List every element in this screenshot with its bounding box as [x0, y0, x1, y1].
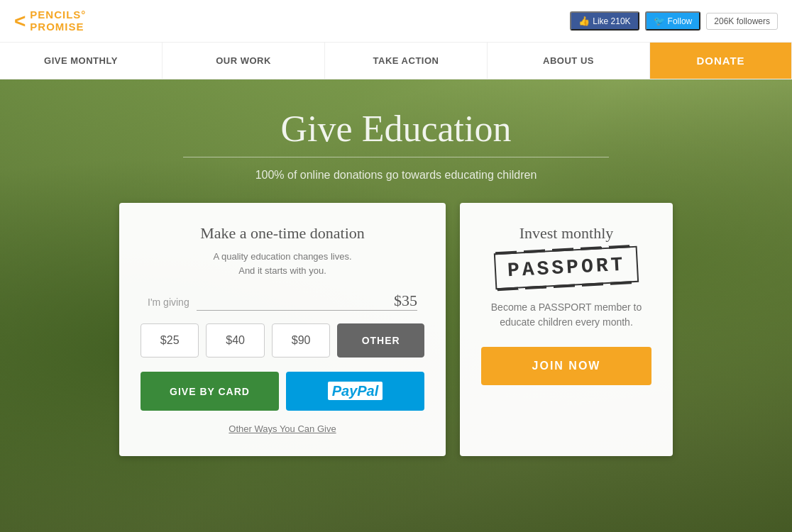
give-by-card-button[interactable]: GIVE BY CARD — [141, 372, 279, 411]
hero-divider — [183, 157, 609, 157]
twitter-follow-label: Follow — [668, 16, 693, 26]
monthly-card: Invest monthly PASSPORT Become a PASSPOR… — [460, 203, 673, 456]
donate-subtitle-line1: A quality education changes lives. — [213, 251, 351, 262]
amount-buttons: $25 $40 $90 OTHER — [141, 323, 424, 358]
logo-text: PENCILS° PROMISE — [30, 9, 86, 33]
passport-lines-bottom — [497, 281, 637, 291]
amount-25-button[interactable]: $25 — [141, 323, 199, 358]
passport-logo: PASSPORT — [481, 250, 651, 286]
cards-container: Make a one-time donation A quality educa… — [0, 203, 792, 456]
twitter-follow-button[interactable]: 🐦 Follow — [645, 11, 701, 31]
action-buttons: GIVE BY CARD PayPal — [141, 372, 424, 411]
giving-input[interactable] — [197, 292, 417, 311]
hero-content: Give Education 100% of online donations … — [0, 79, 792, 456]
join-now-button[interactable]: JOIN NOW — [481, 347, 651, 385]
amount-other-button[interactable]: OTHER — [337, 323, 424, 358]
nav-give-monthly[interactable]: GIVE MONTHLY — [0, 43, 163, 79]
social-buttons: 👍 Like 210K 🐦 Follow 206K followers — [570, 11, 778, 31]
paypal-label: PayPal — [328, 382, 383, 400]
nav-donate[interactable]: DONATE — [650, 43, 792, 79]
logo-arrow-icon: < — [14, 11, 26, 31]
donate-card-subtitle: A quality education changes lives. And i… — [141, 250, 424, 277]
donate-card: Make a one-time donation A quality educa… — [119, 203, 446, 456]
followers-count: 206K followers — [706, 13, 778, 30]
amount-40-button[interactable]: $40 — [206, 323, 264, 358]
main-nav: GIVE MONTHLY OUR WORK TAKE ACTION ABOUT … — [0, 43, 792, 79]
logo[interactable]: < PENCILS° PROMISE — [14, 9, 86, 33]
nav-about-us[interactable]: ABOUT US — [488, 43, 650, 79]
facebook-like-button[interactable]: 👍 Like 210K — [570, 11, 639, 31]
logo-line2: PROMISE — [30, 21, 86, 33]
passport-lines-top — [495, 245, 635, 255]
donate-subtitle-line2: And it starts with you. — [238, 265, 326, 276]
other-ways-link[interactable]: Other Ways You Can Give — [229, 423, 336, 434]
giving-row: I'm giving — [141, 292, 424, 311]
hero-title: Give Education — [0, 108, 792, 150]
giving-label: I'm giving — [148, 297, 189, 308]
nav-take-action[interactable]: TAKE ACTION — [325, 43, 488, 79]
hero-section: Give Education 100% of online donations … — [0, 79, 792, 532]
passport-stamp: PASSPORT — [494, 246, 639, 290]
twitter-icon: 🐦 — [654, 16, 665, 26]
logo-line1: PENCILS° — [30, 9, 86, 21]
passport-label: PASSPORT — [507, 254, 626, 282]
donate-card-title: Make a one-time donation — [141, 224, 424, 243]
monthly-card-title: Invest monthly — [481, 224, 651, 243]
thumbs-up-icon: 👍 — [578, 16, 590, 26]
monthly-description: Become a PASSPORT member to educate chil… — [481, 300, 651, 330]
amount-90-button[interactable]: $90 — [272, 323, 330, 358]
fb-like-label: Like 210K — [593, 16, 630, 26]
header: < PENCILS° PROMISE 👍 Like 210K 🐦 Follow … — [0, 0, 792, 43]
nav-our-work[interactable]: OUR WORK — [163, 43, 325, 79]
paypal-button[interactable]: PayPal — [286, 372, 424, 411]
hero-subtitle: 100% of online donations go towards educ… — [0, 169, 792, 182]
